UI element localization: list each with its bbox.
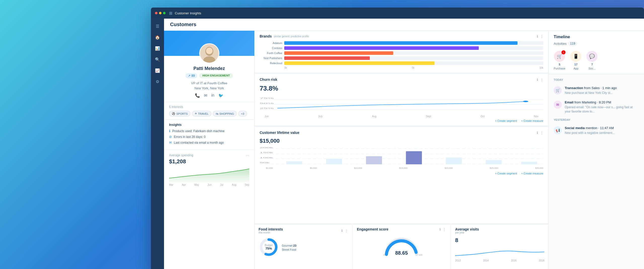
sidebar-home-icon[interactable]: 🏠	[153, 33, 162, 42]
main-layout: ☰ 🏠 📊 🔍 📈 ⚙ Customers	[151, 19, 644, 269]
sidebar-menu-icon[interactable]: ☰	[153, 22, 162, 31]
brand-track-adatum	[284, 41, 543, 45]
profile-score-badge: ↗ 89	[185, 73, 197, 78]
activity-social-icon[interactable]: 💬	[586, 51, 597, 62]
customer-profile-panel: Patti Melendez ↗ 89 HIGH ENGAGEMENT VP o…	[164, 31, 255, 269]
visits-title: Average visits	[455, 227, 479, 231]
clv-x-30k: $30,000	[535, 167, 543, 169]
clv-x-10k: $10,000	[354, 167, 362, 169]
churn-footer: + Create segment + Create measure	[260, 118, 543, 122]
email-icon[interactable]: ✉	[204, 93, 207, 98]
interests-row: ⚽ SPORTS ✈ TRAVEL 🛍 SHOPPING +3	[169, 111, 249, 117]
spending-more-icon[interactable]: ⋯	[246, 153, 249, 157]
interests-section: 6 Interests ⚽ SPORTS ✈ TRAVEL 🛍 SHOPPING…	[164, 102, 254, 120]
churn-month-nov: Nov	[534, 115, 538, 118]
activity-app-group: 📱 17 App	[570, 51, 581, 70]
brand-fill-adatum	[284, 41, 517, 45]
activity-social-group: 💬 7 Soc...	[586, 51, 597, 70]
churn-title: Churn risk	[260, 78, 277, 82]
timeline-panel: Timeline Activities 119 🛒 1	[548, 31, 644, 269]
spending-month-jun: Jun	[208, 183, 212, 186]
timeline-yesterday-label: YESTERDAY	[549, 116, 644, 123]
spending-widget: Average spending ⋯ $1,208	[164, 149, 254, 269]
churn-widget: Churn risk ℹ ⋮ 73.8%	[255, 74, 548, 126]
churn-value: 73.8%	[260, 85, 543, 92]
interest-more[interactable]: +3	[238, 111, 247, 117]
activity-purchase-badge: 1	[561, 50, 566, 54]
activity-purchase-icon[interactable]: 🛒 1	[554, 51, 565, 62]
maximize-dot[interactable]	[163, 12, 166, 14]
churn-month-oct: Oct	[480, 115, 485, 118]
spending-value: $1,208	[169, 158, 249, 165]
engagement-more-icon[interactable]: ⋮	[443, 227, 446, 231]
visits-year-2016: 2016	[511, 259, 516, 262]
churn-create-measure[interactable]: + Create measure	[521, 119, 543, 122]
brands-more-icon[interactable]: ⋮	[540, 34, 543, 38]
brand-label-adatum: Adatum	[260, 42, 282, 45]
brands-widget: Brands similar generic predictive profil…	[255, 31, 548, 73]
brand-fill-forthcoffee	[284, 51, 393, 55]
brands-info-icon[interactable]: ℹ	[537, 34, 538, 38]
close-dot[interactable]	[155, 12, 157, 14]
minimize-dot[interactable]	[159, 12, 162, 14]
clv-create-measure[interactable]: + Create measure	[521, 172, 543, 175]
spending-month-may: May	[194, 183, 199, 186]
churn-more-icon[interactable]: ⋮	[540, 78, 543, 82]
engagement-info-icon[interactable]: ℹ	[439, 227, 441, 231]
brands-subtitle: similar generic predictive profile	[274, 35, 309, 38]
sidebar-chart-icon[interactable]: 📈	[153, 66, 162, 75]
page-title: Customers	[170, 22, 196, 27]
activity-purchase-group: 🛒 1 5 Purchase	[554, 51, 565, 70]
clv-create-segment[interactable]: + Create segment	[495, 172, 517, 175]
interest-sports: ⚽ SPORTS	[169, 111, 190, 117]
food-more-icon[interactable]: ⋮	[345, 229, 348, 233]
clv-info-icon[interactable]: ℹ	[537, 131, 538, 135]
spending-month-aug: Aug	[232, 183, 236, 186]
churn-create-segment[interactable]: + Create segment	[495, 119, 517, 122]
brand-track-nodpublishers	[284, 56, 543, 60]
brand-track-contoso	[284, 46, 543, 50]
food-info-icon[interactable]: ℹ	[341, 229, 343, 233]
spending-month-apr: Apr	[182, 183, 186, 186]
spending-month-sep: Sep	[245, 183, 249, 186]
sidebar-search-icon[interactable]: 🔍	[153, 55, 162, 64]
app-title: Customer Insights	[175, 11, 201, 15]
twitter-icon[interactable]: 🐦	[218, 93, 223, 98]
svg-point-10	[523, 101, 528, 102]
clv-x-25k: $25,000	[490, 167, 498, 169]
brand-track-relecloud	[284, 61, 543, 65]
phone-icon[interactable]: 📞	[195, 93, 200, 98]
food-items-list: Gourmet 23 Street Food	[282, 243, 296, 251]
engagement-title: Engagement score	[357, 227, 388, 231]
churn-chart: 75% 50% 25%	[260, 94, 543, 114]
churn-info-icon[interactable]: ℹ	[537, 78, 538, 82]
timeline-dot-transaction: 🛒	[554, 86, 562, 94]
engagement-score-widget: Engagement score ℹ ⋮	[353, 224, 450, 269]
clv-footer: + Create segment + Create measure	[260, 170, 543, 175]
food-donut-label: Budget 75%	[265, 244, 273, 250]
visits-year-2013: 2013	[455, 259, 461, 262]
brands-title: Brands	[260, 34, 272, 38]
timeline-content-social: Social media mention · 11:47 AM New post…	[565, 126, 639, 135]
churn-month-july: July	[318, 115, 323, 118]
engagement-actions: ℹ ⋮	[439, 227, 446, 231]
svg-text:25%: 25%	[260, 107, 274, 109]
svg-text:75%: 75%	[260, 97, 274, 99]
activity-app-icon[interactable]: 📱	[570, 51, 581, 62]
clv-x-20k: $20,000	[445, 167, 453, 169]
brand-row-nodpublishers: Nod Publishers	[260, 56, 543, 60]
clv-more-icon[interactable]: ⋮	[540, 131, 543, 135]
title-bar: ⊞ Customer Insights	[151, 8, 644, 19]
page-header: Customers	[164, 19, 644, 31]
sidebar-analytics-icon[interactable]: 📊	[153, 44, 162, 53]
spending-chart: Mar Apr May Jun Jul Aug Sep	[169, 167, 249, 182]
brand-axis-0k: 0k	[284, 66, 287, 69]
insight-errors-icon: ⊘	[169, 135, 172, 139]
svg-text:50k: 50k	[260, 162, 270, 164]
sidebar-settings-icon[interactable]: ⚙	[153, 77, 162, 86]
churn-month-aug: Aug	[372, 115, 377, 118]
activity-app-count: 17	[574, 63, 577, 66]
linkedin-icon[interactable]: in	[211, 93, 214, 98]
churn-widget-header: Churn risk ℹ ⋮	[260, 78, 543, 82]
brand-fill-contoso	[284, 46, 479, 50]
